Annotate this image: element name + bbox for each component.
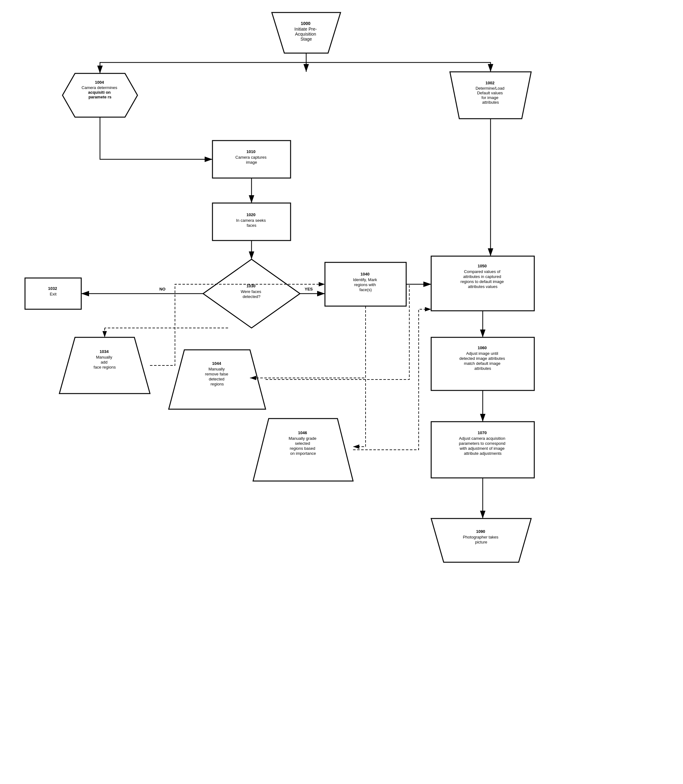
svg-text:1002
    Determine/Load
    De: 1002 Determine/Load Default values for i… (476, 81, 505, 105)
node-1046 (253, 419, 353, 481)
svg-text:1090
    Photographer takes
  : 1090 Photographer takes picture (463, 529, 499, 544)
node-1020 (212, 203, 290, 240)
svg-text:1004
    Camera determines
   : 1004 Camera determines acquisiti on para… (82, 80, 119, 99)
svg-text:1040
    Identify, Mark
    re: 1040 Identify, Mark regions with face(s) (353, 272, 378, 292)
node-1044 (169, 350, 266, 409)
node-1034 (59, 338, 150, 394)
svg-text:1000
    Initiate Pre-
    Acq: 1000 Initiate Pre- Acquisition Stage (294, 21, 318, 42)
node-1032 (25, 278, 81, 309)
node-1010 (212, 141, 290, 178)
svg-text:1032
    Exit: 1032 Exit (48, 286, 58, 296)
node-1060 (431, 338, 534, 390)
svg-text:1010
    Camera captures
    i: 1010 Camera captures image (235, 149, 268, 165)
svg-text:NO: NO (159, 287, 165, 291)
svg-text:1046
    Manually grade
    se: 1046 Manually grade selected regions bas… (289, 430, 318, 456)
svg-text:1020
    In camera seeks
    f: 1020 In camera seeks faces (236, 213, 267, 228)
node-1090 (431, 518, 531, 562)
node-1070 (431, 422, 534, 478)
node-1030 (203, 259, 300, 328)
svg-text:1060
    Adjust image until
  : 1060 Adjust image until detected image a… (459, 346, 506, 371)
svg-text:1050
    Compared values of
  : 1050 Compared values of attributes in ca… (460, 264, 505, 289)
svg-text:1070
    Adjust camera acquisi: 1070 Adjust camera acquisition parameter… (459, 430, 507, 456)
node-1002 (450, 72, 531, 119)
svg-text:1034
    Manually
    add
    : 1034 Manually add face regions (94, 349, 116, 370)
node-1004 (63, 74, 138, 117)
node-1040 (325, 262, 406, 306)
svg-text:1030
    Were faces
    detect: 1030 Were faces detected? (240, 283, 262, 299)
svg-text:1044
    Manually
    remove f: 1044 Manually remove false detected regi… (205, 361, 229, 386)
node-1050 (431, 256, 534, 311)
node-1000 (272, 13, 341, 53)
svg-text:YES: YES (305, 287, 313, 291)
